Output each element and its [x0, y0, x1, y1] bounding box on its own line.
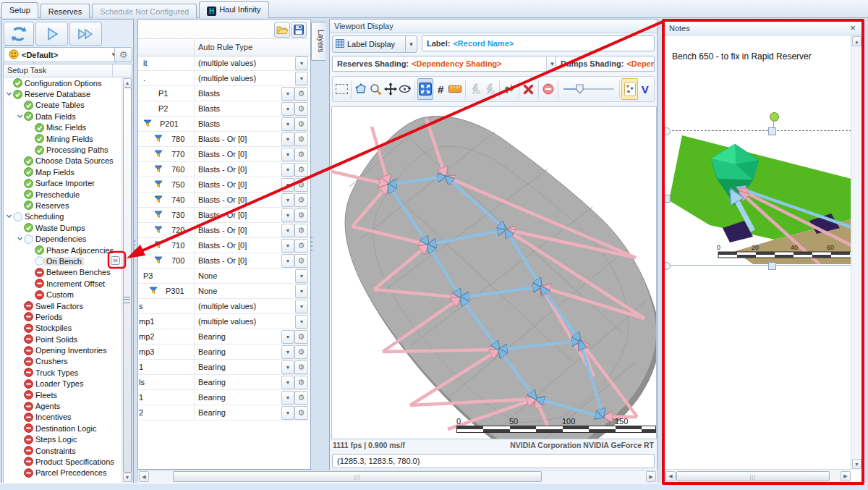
tree-item-data-fields[interactable]: Data Fields: [4, 111, 122, 122]
table-row-[interactable]: .(multiple values)▼: [138, 71, 310, 86]
rule-type-dropdown[interactable]: ▼: [281, 87, 294, 101]
scroll-down-arrow[interactable]: ▼: [852, 459, 861, 469]
fit-view-button[interactable]: [417, 78, 433, 100]
rule-settings-gear-button[interactable]: ⚙: [294, 239, 308, 253]
table-row-s[interactable]: s(multiple values)▼: [138, 299, 310, 314]
table-row-mp2[interactable]: mp2Bearing▼⚙: [138, 329, 310, 345]
rule-type-dropdown[interactable]: ▼: [281, 376, 294, 389]
label-field[interactable]: Label: <Record Name>: [422, 35, 655, 51]
rule-type-dropdown[interactable]: ▼: [281, 224, 294, 237]
main-horizontal-scrollbar[interactable]: ◀ ||| ▶: [137, 470, 658, 483]
scroll-up-arrow[interactable]: ▲: [123, 78, 132, 88]
table-row-720[interactable]: 720Blasts - Or [0]▼⚙: [138, 223, 310, 238]
tree-item-waste-dumps[interactable]: Waste Dumps: [4, 222, 122, 233]
close-icon[interactable]: ×: [847, 22, 859, 35]
tree-item-increment-offset[interactable]: Increment Offset: [4, 278, 122, 289]
table-row-2[interactable]: 2Bearing▼⚙: [138, 405, 310, 421]
tree-item-misc-fields[interactable]: Misc Fields: [4, 122, 122, 133]
rotate-button[interactable]: [398, 79, 412, 99]
tree-item-product-specifications[interactable]: Product Specifications: [4, 456, 122, 467]
tree-item-on-bench[interactable]: On Bench: [4, 255, 122, 266]
rule-settings-gear-button[interactable]: ⚙: [294, 178, 308, 192]
open-button[interactable]: [274, 22, 290, 38]
tree-item-fleets[interactable]: Fleets: [4, 389, 122, 400]
rule-type-dropdown[interactable]: ▼: [281, 360, 294, 374]
resize-handle[interactable]: [768, 262, 776, 270]
rule-type-dropdown[interactable]: ▼: [281, 345, 294, 359]
tree-item-custom[interactable]: Custom: [4, 289, 122, 300]
rotate-handle[interactable]: [770, 112, 779, 122]
table-row-760[interactable]: 760Blasts - Or [0]▼⚙: [138, 162, 310, 177]
tab-setup[interactable]: Setup: [1, 2, 38, 18]
rule-settings-gear-button[interactable]: ⚙: [294, 345, 308, 359]
table-row-p2[interactable]: P2Blasts▼⚙: [138, 101, 310, 117]
refresh-button[interactable]: [4, 22, 34, 46]
fast-forward-button[interactable]: [69, 22, 102, 46]
tree-item-agents[interactable]: Agents: [4, 400, 122, 411]
tree-item-scheduling[interactable]: Scheduling: [4, 211, 122, 222]
viewport-3d-canvas[interactable]: 050100150: [331, 106, 657, 439]
note-embedded-image[interactable]: 0204060: [666, 130, 851, 264]
collapse-chevron-icon[interactable]: [5, 90, 13, 98]
point-style-button[interactable]: [621, 78, 637, 100]
rule-settings-gear-button[interactable]: ⚙: [294, 330, 308, 344]
tree-item-preschedule[interactable]: Preschedule: [4, 189, 122, 200]
tree-item-parcel-precedences[interactable]: Parcel Precedences: [4, 468, 122, 478]
rule-type-dropdown[interactable]: ▼: [281, 330, 294, 344]
table-row-780[interactable]: 780Blasts - Or [0]▼⚙: [138, 132, 310, 147]
tree-item-create-tables[interactable]: Create Tables: [4, 100, 122, 111]
tree-item-stockpiles[interactable]: Stockpiles: [4, 323, 122, 334]
tree-item-loader-types[interactable]: Loader Types: [4, 379, 122, 389]
notes-horizontal-scrollbar[interactable]: ◀ ||| ▶: [665, 469, 851, 482]
swap-direction-button[interactable]: [502, 79, 516, 99]
rule-type-dropdown[interactable]: ▼: [281, 254, 294, 268]
rule-settings-gear-button[interactable]: ⚙: [294, 132, 308, 146]
play-button[interactable]: [35, 22, 68, 46]
rule-settings-gear-button[interactable]: ⚙: [294, 391, 308, 405]
measure-button[interactable]: [448, 79, 462, 99]
label-display-dropdown[interactable]: ▼: [405, 35, 417, 53]
scroll-right-arrow[interactable]: ▶: [646, 471, 656, 482]
tree-item-reserves[interactable]: Reserves: [4, 200, 122, 211]
table-row-710[interactable]: 710Blasts - Or [0]▼⚙: [138, 238, 310, 253]
grid-button[interactable]: #: [433, 79, 448, 99]
tree-item-destination-logic[interactable]: Destination Logic: [4, 423, 122, 434]
tree-item-periods[interactable]: Periods: [4, 311, 122, 322]
table-row-p1[interactable]: P1Blasts▼⚙: [138, 86, 310, 101]
tab-haul-infinity[interactable]: HHaul Infinity: [199, 1, 268, 18]
rule-type-dropdown[interactable]: ▼: [281, 239, 294, 253]
rule-settings-gear-button[interactable]: ⚙: [294, 193, 308, 207]
table-row-it[interactable]: it(multiple values)▼: [138, 56, 310, 71]
tree-item-reserve-database[interactable]: Reserve Database: [4, 88, 122, 99]
rule-settings-gear-button[interactable]: ⚙: [294, 117, 308, 131]
table-row-p201[interactable]: P201Blasts▼⚙: [138, 117, 310, 132]
rule-settings-gear-button[interactable]: ⚙: [294, 87, 308, 101]
save-button[interactable]: [291, 22, 307, 38]
rule-type-dropdown[interactable]: ▼: [281, 132, 294, 146]
tree-item-processing-paths[interactable]: Processing Paths: [4, 144, 122, 155]
notes-content[interactable]: Bench 650 - to fix in Rapid Reserver: [665, 35, 851, 470]
rule-type-dropdown[interactable]: ▼: [281, 391, 294, 405]
rule-type-dropdown[interactable]: ▼: [281, 102, 294, 116]
tree-item-swell-factors[interactable]: Swell Factors: [4, 300, 122, 311]
scrollbar-thumb[interactable]: [123, 88, 132, 473]
rule-settings-gear-button[interactable]: ⚙: [294, 208, 308, 222]
table-row-p3[interactable]: P3None▼: [138, 269, 310, 284]
reserves-shading-field[interactable]: Reserves Shading: <Dependency Shading> ▼: [332, 56, 563, 72]
table-row-750[interactable]: 750Blasts - Or [0]▼⚙: [138, 177, 310, 193]
tree-item-choose-data-sources[interactable]: Choose Data Sources: [4, 156, 122, 166]
rule-type-dropdown[interactable]: ▼: [281, 193, 294, 207]
v-label-button[interactable]: V: [638, 79, 652, 99]
tree-item-crushers[interactable]: Crushers: [4, 356, 122, 367]
rule-type-dropdown[interactable]: ▼: [281, 406, 294, 420]
zoom-button[interactable]: [368, 79, 383, 99]
tree-item-constraints[interactable]: Constraints: [4, 445, 122, 456]
table-row-770[interactable]: 770Blasts - Or [0]▼⚙: [138, 147, 310, 162]
rule-settings-gear-button[interactable]: ⚙: [294, 163, 308, 177]
rule-settings-gear-button[interactable]: ⚙: [294, 360, 308, 374]
tab-schedule-not-configured[interactable]: Schedule Not Configured: [92, 4, 197, 18]
rule-type-dropdown[interactable]: ▼: [281, 148, 294, 161]
tree-vertical-scrollbar[interactable]: ▲ ▼: [122, 77, 132, 483]
tab-reserves[interactable]: Reserves: [41, 4, 90, 18]
block-button[interactable]: [541, 79, 556, 99]
